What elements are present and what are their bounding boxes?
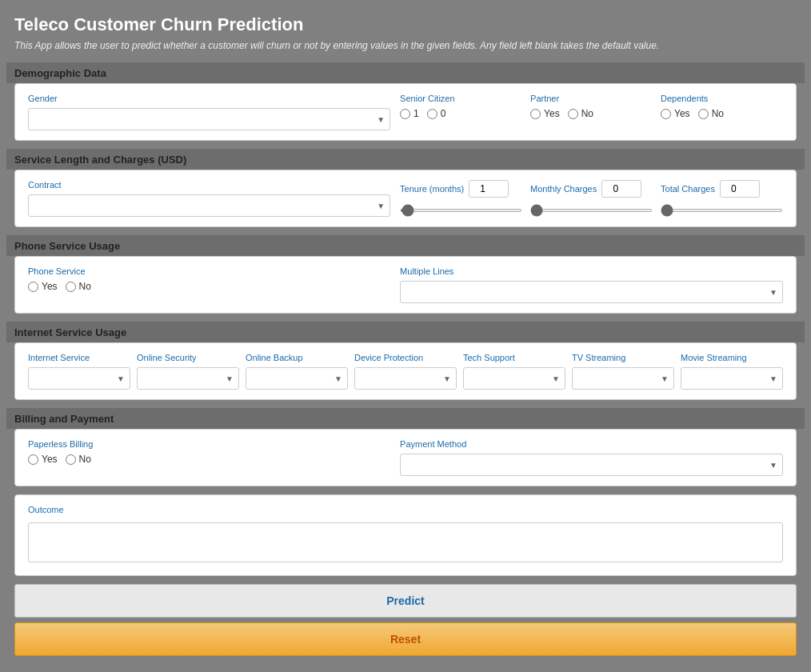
tv-streaming-item: TV Streaming Yes No No internet service … xyxy=(572,353,674,390)
total-charges-block: Total Charges xyxy=(661,180,783,217)
app-title: Teleco Customer Churn Prediction xyxy=(14,14,797,35)
dependents-yes-option[interactable]: Yes xyxy=(661,108,690,119)
payment-method-select-wrapper: Electronic check Mailed check Bank trans… xyxy=(400,454,783,476)
tech-support-select-wrapper: Yes No No internet service ▼ xyxy=(463,367,565,390)
monthly-charges-block: Monthly Charges xyxy=(530,180,653,217)
contract-select[interactable]: Month-to-month One year Two year xyxy=(29,195,390,216)
tenure-input-row: Tenure (months) xyxy=(400,180,522,198)
online-security-select-wrapper: Yes No No internet service ▼ xyxy=(137,367,239,390)
online-security-item: Online Security Yes No No internet servi… xyxy=(137,353,239,390)
phone-service-no-option[interactable]: No xyxy=(66,281,91,292)
multiple-lines-select-wrapper: Yes No No phone service ▼ xyxy=(400,281,783,303)
service-length-card: Contract Month-to-month One year Two yea… xyxy=(14,170,797,227)
contract-label: Contract xyxy=(28,180,390,190)
service-row: Contract Month-to-month One year Two yea… xyxy=(28,180,783,217)
phone-service-label: Phone Service Usage xyxy=(6,235,805,256)
tenure-monthly-total-block: Tenure (months) Monthly Charges xyxy=(400,180,783,217)
senior-citizen-1-radio[interactable] xyxy=(400,109,410,119)
service-length-section: Service Length and Charges (USD) Contrac… xyxy=(14,149,797,227)
predict-button[interactable]: Predict xyxy=(14,584,797,618)
online-backup-select[interactable]: Yes No No internet service xyxy=(246,368,347,389)
gender-select[interactable]: Male Female xyxy=(29,109,390,130)
outcome-label: Outcome xyxy=(28,505,783,514)
movie-streaming-field-label: Movie Streaming xyxy=(681,353,783,362)
paperless-billing-no-option[interactable]: No xyxy=(66,454,91,465)
tv-streaming-field-label: TV Streaming xyxy=(572,353,674,362)
billing-label: Billing and Payment xyxy=(6,408,805,429)
online-backup-item: Online Backup Yes No No internet service… xyxy=(246,353,348,390)
online-backup-field-label: Online Backup xyxy=(246,353,348,362)
paperless-billing-block: Paperless Billing Yes No xyxy=(28,439,390,476)
billing-section: Billing and Payment Paperless Billing Ye… xyxy=(14,408,797,486)
payment-method-select[interactable]: Electronic check Mailed check Bank trans… xyxy=(401,454,782,475)
device-protection-item: Device Protection Yes No No internet ser… xyxy=(354,353,457,390)
movie-streaming-item: Movie Streaming Yes No No internet servi… xyxy=(681,353,783,390)
paperless-billing-radio-group: Yes No xyxy=(28,454,390,465)
internet-service-card: Internet Service DSL Fiber optic No ▼ On… xyxy=(14,342,797,400)
tv-streaming-select-wrapper: Yes No No internet service ▼ xyxy=(572,367,674,390)
demographic-section: Demographic Data Gender Male Female ▼ xyxy=(14,62,797,141)
phone-service-label: Phone Service xyxy=(28,266,390,276)
internet-service-section: Internet Service Usage Internet Service … xyxy=(14,322,797,400)
internet-service-item: Internet Service DSL Fiber optic No ▼ xyxy=(28,353,130,390)
demographic-card: Gender Male Female ▼ Senior Citizen xyxy=(14,83,797,141)
partner-label: Partner xyxy=(530,94,653,103)
movie-streaming-select[interactable]: Yes No No internet service xyxy=(681,368,782,389)
outcome-section: Outcome xyxy=(14,494,797,576)
partner-no-radio[interactable] xyxy=(568,109,578,119)
multiple-lines-label: Multiple Lines xyxy=(400,266,783,276)
senior-citizen-radio-group: 1 0 xyxy=(400,108,522,119)
internet-service-label: Internet Service Usage xyxy=(6,322,805,342)
partner-no-option[interactable]: No xyxy=(568,108,593,119)
senior-partner-block: Senior Citizen 1 0 xyxy=(400,94,783,130)
paperless-billing-no-radio[interactable] xyxy=(66,454,76,465)
dependents-no-option[interactable]: No xyxy=(698,108,724,119)
partner-group: Partner Yes No xyxy=(530,94,653,130)
tenure-value-input[interactable] xyxy=(469,180,509,198)
monthly-charges-slider[interactable] xyxy=(530,209,653,212)
internet-service-select[interactable]: DSL Fiber optic No xyxy=(29,368,130,389)
multiple-lines-block: Multiple Lines Yes No No phone service ▼ xyxy=(400,266,783,303)
dependents-yes-radio[interactable] xyxy=(661,109,671,119)
billing-row: Paperless Billing Yes No Paymen xyxy=(28,439,783,476)
senior-citizen-1-option[interactable]: 1 xyxy=(400,108,419,119)
online-backup-select-wrapper: Yes No No internet service ▼ xyxy=(246,367,348,390)
device-protection-select-wrapper: Yes No No internet service ▼ xyxy=(354,367,457,390)
tech-support-select[interactable]: Yes No No internet service xyxy=(464,368,565,389)
tech-support-item: Tech Support Yes No No internet service … xyxy=(463,353,565,390)
billing-card: Paperless Billing Yes No Paymen xyxy=(14,429,797,486)
tv-streaming-select[interactable]: Yes No No internet service xyxy=(573,368,673,389)
paperless-billing-label: Paperless Billing xyxy=(28,439,390,449)
tenure-block: Tenure (months) xyxy=(400,180,522,217)
internet-service-select-wrapper: DSL Fiber optic No ▼ xyxy=(28,367,130,390)
multiple-lines-select[interactable]: Yes No No phone service xyxy=(401,282,782,302)
demographic-row: Gender Male Female ▼ Senior Citizen xyxy=(28,94,783,130)
total-charges-input-row: Total Charges xyxy=(661,180,783,198)
dependents-group: Dependents Yes No xyxy=(661,94,783,130)
device-protection-select[interactable]: Yes No No internet service xyxy=(355,368,456,389)
total-charges-label: Total Charges xyxy=(661,184,715,194)
phone-service-no-radio[interactable] xyxy=(66,282,76,292)
reset-button[interactable]: Reset xyxy=(14,622,797,656)
phone-service-yes-radio[interactable] xyxy=(28,282,38,292)
total-charges-slider[interactable] xyxy=(661,209,783,212)
phone-block: Phone Service Yes No xyxy=(28,266,390,303)
senior-citizen-0-option[interactable]: 0 xyxy=(427,108,446,119)
outcome-textarea[interactable] xyxy=(28,522,783,562)
tech-support-field-label: Tech Support xyxy=(463,353,565,362)
tenure-slider[interactable] xyxy=(400,209,522,212)
online-security-select[interactable]: Yes No No internet service xyxy=(138,368,238,389)
senior-citizen-0-radio[interactable] xyxy=(427,109,437,119)
dependents-no-radio[interactable] xyxy=(698,109,709,119)
total-charges-value-input[interactable] xyxy=(720,180,760,198)
partner-yes-option[interactable]: Yes xyxy=(530,108,560,119)
senior-citizen-label: Senior Citizen xyxy=(400,94,522,103)
monthly-charges-value-input[interactable] xyxy=(601,180,641,198)
partner-radio-group: Yes No xyxy=(530,108,653,119)
paperless-billing-yes-option[interactable]: Yes xyxy=(28,454,58,465)
partner-yes-radio[interactable] xyxy=(530,109,541,119)
phone-row: Phone Service Yes No Multiple L xyxy=(28,266,783,303)
payment-method-block: Payment Method Electronic check Mailed c… xyxy=(400,439,783,476)
phone-service-yes-option[interactable]: Yes xyxy=(28,281,58,292)
paperless-billing-yes-radio[interactable] xyxy=(28,454,38,465)
